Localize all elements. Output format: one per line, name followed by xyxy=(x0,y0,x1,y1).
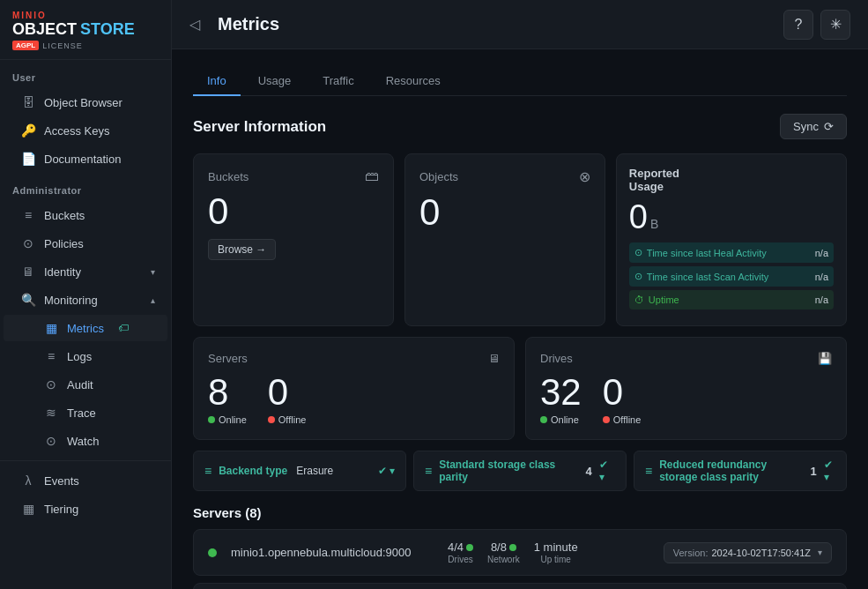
objects-card: Objects ⊗ 0 xyxy=(404,153,605,326)
server-uptime-group: 1 minute Up time xyxy=(534,541,578,564)
sidebar-item-object-browser[interactable]: 🗄 Object Browser xyxy=(4,89,167,116)
help-button[interactable]: ? xyxy=(783,10,813,40)
reported-unit: B xyxy=(650,217,658,231)
identity-chevron-icon: ▾ xyxy=(151,267,155,277)
metrics-icon: ▦ xyxy=(44,321,58,335)
drives-online-label: Online xyxy=(551,414,579,425)
drives-online-value: 32 xyxy=(540,372,582,413)
drives-offline-dot xyxy=(603,416,610,423)
standard-class-badge[interactable]: ≡ Standard storage class parity 4 ✔ ▾ xyxy=(413,451,627,491)
user-section-label: User xyxy=(0,60,171,88)
sidebar-item-label: Documentation xyxy=(44,153,121,166)
sidebar-item-label: Buckets xyxy=(44,209,85,222)
watch-icon: ⊙ xyxy=(44,434,58,448)
access-keys-icon: 🔑 xyxy=(21,123,35,138)
uptime-icon: ⏱ xyxy=(634,294,644,305)
servers-offline-dot xyxy=(268,416,275,423)
sidebar-item-metrics[interactable]: ▦ Metrics 🏷 xyxy=(4,315,167,341)
drives-offline-value: 0 xyxy=(603,372,642,413)
server-version-badge[interactable]: Version: 2024-10-02T17:50:41Z ▾ xyxy=(664,542,832,563)
server-network-value: 8/8 xyxy=(491,541,507,554)
sidebar-item-buckets[interactable]: ≡ Buckets xyxy=(4,202,167,228)
server-info-title: Server Information xyxy=(193,118,326,136)
objects-value: 0 xyxy=(419,192,590,233)
tab-resources[interactable]: Resources xyxy=(372,67,455,96)
scan-activity-value: n/a xyxy=(815,272,828,282)
policies-icon: ⊙ xyxy=(21,236,35,250)
backend-row: ≡ Backend type Erasure ✔ ▾ ≡ Standard st… xyxy=(193,451,847,491)
monitoring-icon: 🔍 xyxy=(21,293,35,307)
settings-button[interactable]: ✳ xyxy=(820,10,850,40)
sidebar-item-label: Policies xyxy=(44,237,84,250)
reduced-class-label: Reduced redundancy storage class parity xyxy=(659,459,803,483)
standard-class-value: 4 xyxy=(586,465,592,478)
page-title: Metrics xyxy=(218,14,773,34)
reported-usage-card: Reported Usage 0B ⊙ Time since last Heal… xyxy=(616,153,847,326)
server-drives-dot xyxy=(466,544,473,551)
sidebar-item-policies[interactable]: ⊙ Policies xyxy=(4,230,167,257)
audit-icon: ⊙ xyxy=(44,377,58,391)
sidebar-item-label: Object Browser xyxy=(44,96,122,109)
backend-type-badge[interactable]: ≡ Backend type Erasure ✔ ▾ xyxy=(193,451,406,491)
backend-type-icon: ≡ xyxy=(204,464,211,478)
sync-button[interactable]: Sync ⟳ xyxy=(780,114,847,139)
sidebar-item-watch[interactable]: ⊙ Watch xyxy=(4,428,167,454)
topbar-actions: ? ✳ xyxy=(783,10,850,40)
sidebar-item-audit[interactable]: ⊙ Audit xyxy=(4,371,167,398)
sidebar-item-label: Audit xyxy=(67,378,93,391)
drives-card-label: Drives xyxy=(540,352,573,365)
sidebar-item-label: Tiering xyxy=(44,503,78,516)
server-info-header: Server Information Sync ⟳ xyxy=(193,114,847,139)
backend-type-value: Erasure xyxy=(296,465,333,477)
uptime-label: Uptime xyxy=(649,294,679,305)
server-drives-group: 4/4 Drives xyxy=(448,541,473,564)
standard-class-icon: ≡ xyxy=(425,464,432,478)
metrics-indicator: 🏷 xyxy=(118,322,129,334)
buckets-icon: ≡ xyxy=(21,208,35,222)
sidebar-item-logs[interactable]: ≡ Logs xyxy=(4,343,167,369)
sidebar-item-trace[interactable]: ≋ Trace xyxy=(4,399,167,426)
standard-class-label: Standard storage class parity xyxy=(439,459,578,483)
drives-online-dot xyxy=(540,416,547,423)
tab-info[interactable]: Info xyxy=(193,67,241,96)
sidebar-item-access-keys[interactable]: 🔑 Access Keys xyxy=(4,117,167,144)
monitoring-chevron-icon: ▴ xyxy=(151,295,155,305)
tab-usage[interactable]: Usage xyxy=(244,67,306,96)
tab-traffic[interactable]: Traffic xyxy=(308,67,367,96)
logs-icon: ≡ xyxy=(44,349,58,363)
sidebar-item-label: Monitoring xyxy=(44,294,98,307)
browse-button[interactable]: Browse → xyxy=(208,239,276,260)
drives-offline-block: 0 Offline xyxy=(603,372,642,425)
sidebar-item-label: Logs xyxy=(67,350,92,363)
documentation-icon: 📄 xyxy=(21,152,35,166)
object-browser-icon: 🗄 xyxy=(21,95,35,109)
buckets-card: Buckets 🗃 0 Browse → xyxy=(193,153,394,326)
servers-card-label: Servers xyxy=(208,352,248,365)
sidebar-item-label: Watch xyxy=(67,435,99,448)
main-scroll-area: Info Usage Traffic Resources Server Info… xyxy=(172,49,868,589)
servers-card-icon: 🖥 xyxy=(488,352,500,365)
sidebar-item-label: Identity xyxy=(44,265,81,279)
servers-online-block: 8 Online xyxy=(208,372,247,425)
reduced-class-badge[interactable]: ≡ Reduced redundancy storage class parit… xyxy=(634,451,847,491)
buckets-value: 0 xyxy=(208,191,379,232)
sidebar-item-tiering[interactable]: ▦ Tiering xyxy=(4,496,167,522)
heal-activity-icon: ⊙ xyxy=(634,247,642,258)
server-network-dot xyxy=(509,544,516,551)
sidebar-item-identity[interactable]: 🖥 Identity ▾ xyxy=(4,258,167,285)
reduced-class-value: 1 xyxy=(811,465,817,478)
collapse-sidebar-button[interactable]: ◁ xyxy=(189,16,200,33)
events-icon: λ xyxy=(21,473,35,488)
server-drives-value: 4/4 xyxy=(448,541,464,554)
server-drives-label: Drives xyxy=(448,555,472,564)
objects-card-icon: ⊗ xyxy=(579,168,590,185)
sidebar-item-monitoring[interactable]: 🔍 Monitoring ▴ xyxy=(4,287,167,313)
version-label: Version: xyxy=(673,548,708,558)
version-chevron-icon: ▾ xyxy=(818,548,822,557)
server-version-value: 2024-10-02T17:50:41Z xyxy=(711,548,811,558)
sidebar-item-documentation[interactable]: 📄 Documentation xyxy=(4,145,167,172)
servers-drives-row: Servers 🖥 8 Online 0 xyxy=(193,337,847,440)
scan-activity-label: Time since last Scan Activity xyxy=(647,272,768,282)
sidebar-item-events[interactable]: λ Events xyxy=(4,467,167,494)
servers-offline-block: 0 Offline xyxy=(268,372,307,425)
